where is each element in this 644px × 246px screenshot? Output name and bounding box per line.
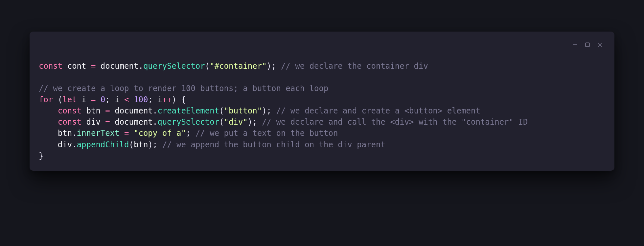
code-block[interactable]: const cont = document.querySelector("#co…	[39, 61, 605, 161]
code-token-pun: );	[267, 62, 276, 71]
code-token-str: "div"	[224, 117, 248, 127]
code-token-kw: for	[39, 95, 53, 104]
code-token-op: ++	[162, 95, 172, 104]
code-token-pun: )	[172, 95, 176, 104]
code-token-pun: ;	[148, 95, 152, 104]
code-token-op: =	[91, 95, 96, 104]
code-token-com: // we declare the container div	[281, 62, 428, 71]
code-token-com: // we create a loop to render 100 button…	[39, 84, 328, 93]
code-token-pun: (	[58, 95, 62, 104]
code-token-com: // we put a text on the button	[196, 129, 338, 138]
code-token-pun: (	[219, 117, 224, 127]
minimize-icon[interactable]	[572, 41, 578, 48]
code-token-var: btn	[58, 129, 72, 138]
code-token-var: i	[115, 95, 119, 104]
code-token-pun: ;	[105, 95, 110, 104]
code-token-pun: .	[72, 129, 77, 138]
code-token-pun: .	[153, 117, 157, 127]
code-token-obj: document	[115, 117, 153, 127]
code-token-op: =	[91, 62, 96, 71]
code-token-str: "button"	[224, 106, 262, 115]
code-token-var: i	[81, 95, 86, 104]
code-token-obj: document	[115, 106, 153, 115]
code-token-fn: createElement	[157, 106, 219, 115]
code-token-kw: const	[58, 106, 81, 115]
code-token-kw: let	[62, 95, 77, 104]
code-token-com: // we declare and create a <button> elem…	[276, 106, 480, 115]
code-token-com: // we declare and call the <div> with th…	[262, 117, 528, 127]
code-token-op: =	[124, 129, 129, 138]
code-token-pun: );	[262, 106, 271, 115]
code-token-op: <	[124, 95, 129, 104]
code-token-var: btn	[86, 106, 101, 115]
code-token-pun: {	[181, 95, 186, 104]
code-token-pun: );	[148, 140, 157, 149]
code-token-str: "#container"	[210, 62, 266, 71]
code-token-pun: ;	[186, 129, 191, 138]
code-token-var: i	[157, 95, 162, 104]
code-token-kw: const	[39, 62, 62, 71]
code-token-op: =	[105, 106, 110, 115]
viewport: const cont = document.querySelector("#co…	[0, 0, 644, 246]
code-token-var: div	[58, 140, 72, 149]
code-token-obj: document	[101, 62, 139, 71]
code-token-pun: (	[129, 140, 134, 149]
code-token-pun: (	[219, 106, 224, 115]
code-token-kw: const	[58, 117, 81, 127]
code-token-pun: .	[153, 106, 157, 115]
close-icon[interactable]	[597, 41, 603, 48]
code-token-op: =	[105, 117, 110, 127]
code-token-str: "copy of a"	[134, 129, 186, 138]
code-token-prop: innerText	[77, 129, 120, 138]
code-token-num: 0	[101, 95, 105, 104]
maximize-icon[interactable]	[584, 41, 591, 48]
code-token-fn: querySelector	[157, 117, 219, 127]
code-token-pun: (	[205, 62, 210, 71]
svg-rect-1	[586, 43, 589, 47]
code-token-fn: appendChild	[77, 140, 129, 149]
code-token-var: div	[86, 117, 101, 127]
window-titlebar	[39, 39, 605, 51]
code-token-var: btn	[134, 140, 148, 149]
code-token-pun: );	[248, 117, 257, 127]
code-token-pun: .	[72, 140, 77, 149]
code-token-fn: querySelector	[143, 62, 205, 71]
code-token-com: // we append the button child on the div…	[162, 140, 385, 149]
code-token-pun: .	[138, 62, 143, 71]
code-token-var: cont	[67, 62, 86, 71]
code-window: const cont = document.querySelector("#co…	[30, 32, 614, 171]
code-token-num: 100	[134, 95, 148, 104]
code-token-pun: }	[39, 151, 43, 160]
